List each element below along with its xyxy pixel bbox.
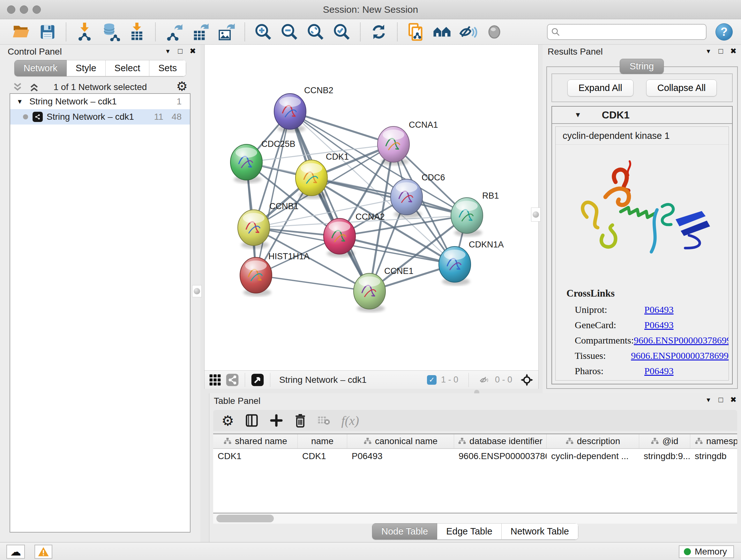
panel-collapse-icon[interactable]: ▼ xyxy=(165,48,171,54)
cloud-button[interactable]: ☁ xyxy=(6,545,25,559)
network-edge-count: 48 xyxy=(172,112,182,122)
tab-style[interactable]: Style xyxy=(67,60,105,76)
panel-close-icon[interactable]: ✖ xyxy=(730,396,737,403)
delete-column-trash-icon[interactable] xyxy=(294,414,307,428)
crosslink-link[interactable]: 9606.ENSP00000378699 xyxy=(631,350,729,361)
show-hidden-button[interactable] xyxy=(484,22,504,42)
warnings-button[interactable] xyxy=(35,545,52,559)
export-table-button[interactable] xyxy=(190,22,210,42)
protein-structure-image xyxy=(556,152,729,279)
panel-close-icon[interactable]: ✖ xyxy=(730,47,737,55)
table-hscrollbar[interactable] xyxy=(213,513,737,523)
left-splitter-grip[interactable] xyxy=(192,285,202,297)
memory-button[interactable]: Memory xyxy=(679,545,734,558)
gene-section-header[interactable]: ▼ CDK1 xyxy=(552,107,732,124)
memory-status-dot xyxy=(684,548,691,555)
crosslink-row: Uniprot:P06493 xyxy=(575,304,729,315)
show-all-networks-button[interactable] xyxy=(432,22,452,42)
network-share-toggle-icon[interactable] xyxy=(226,373,239,387)
tab-string[interactable]: String xyxy=(620,59,664,74)
column-header-database-identifier[interactable]: database identifier xyxy=(454,434,547,448)
zoom-out-button[interactable] xyxy=(279,22,300,42)
table-settings-gear-icon[interactable]: ⚙ xyxy=(221,413,234,429)
tab-network[interactable]: Network xyxy=(14,60,67,76)
table-cell[interactable]: stringdb:9... xyxy=(639,449,690,463)
table-row[interactable]: CDK1CDK1P064939606.ENSP00000378699cyclin… xyxy=(213,449,737,463)
network-row[interactable]: String Network – cdk1 11 48 xyxy=(10,109,190,125)
crosslink-link[interactable]: P06493 xyxy=(644,320,674,330)
hide-selected-button[interactable] xyxy=(458,22,478,42)
toolbar-separator xyxy=(245,23,245,41)
zoom-fit-button[interactable] xyxy=(306,22,326,42)
zoom-fit-icon xyxy=(307,23,325,41)
control-panel: Control Panel ▼ □ ✖ NetworkStyleSelectSe… xyxy=(0,45,200,542)
export-network-button[interactable] xyxy=(164,22,184,42)
open-session-button[interactable] xyxy=(11,22,31,42)
panel-float-icon[interactable]: □ xyxy=(718,47,723,55)
hidden-eye-slash-icon[interactable] xyxy=(479,374,490,386)
panel-collapse-icon[interactable]: ▼ xyxy=(705,397,712,403)
panel-float-icon[interactable]: □ xyxy=(718,396,723,403)
column-header-canonical-name[interactable]: canonical name xyxy=(347,434,454,448)
show-columns-icon[interactable] xyxy=(245,414,259,428)
expand-all-button[interactable]: Expand All xyxy=(567,79,633,97)
apply-layout-button[interactable] xyxy=(368,22,389,42)
table-cell[interactable]: CDK1 xyxy=(298,449,347,463)
column-header-description[interactable]: description xyxy=(547,434,639,448)
import-network-icon xyxy=(75,23,94,41)
import-network-from-file-button[interactable] xyxy=(74,22,95,42)
crosslink-row: Tissues:9606.ENSP00000378699 xyxy=(575,350,729,361)
panel-collapse-icon[interactable]: ▼ xyxy=(705,48,712,54)
function-builder-icon[interactable]: f(x) xyxy=(341,413,359,428)
table-cell[interactable]: stringdb xyxy=(690,449,737,463)
open-in-window-icon[interactable] xyxy=(251,373,264,387)
gene-expand-icon[interactable]: ▼ xyxy=(575,111,582,119)
tab-edge-table[interactable]: Edge Table xyxy=(437,523,502,540)
network-collection-row[interactable]: ▼ String Network – cdk1 1 xyxy=(10,94,190,109)
node-gloss xyxy=(359,276,381,287)
collection-expand-icon[interactable]: ▼ xyxy=(10,98,29,105)
column-header-namespace[interactable]: namespace xyxy=(690,434,737,448)
question-icon: ? xyxy=(721,25,728,39)
import-table-from-file-button[interactable] xyxy=(127,22,147,42)
help-button[interactable]: ? xyxy=(716,23,733,41)
tab-select[interactable]: Select xyxy=(106,60,150,76)
grid-view-icon[interactable] xyxy=(209,374,221,386)
collapse-all-button[interactable]: Collapse All xyxy=(646,79,717,97)
search-input[interactable] xyxy=(547,24,706,40)
zoom-in-button[interactable] xyxy=(253,22,273,42)
network-canvas[interactable]: CCNB2CCNA1CDC25BCDK1CDC6RB1CCNB1CCNA2CDK… xyxy=(205,45,539,370)
crosshair-icon[interactable] xyxy=(520,373,534,387)
crosslink-link[interactable]: 9606.ENSP00000378699 xyxy=(634,335,729,346)
delete-table-icon[interactable] xyxy=(318,415,330,426)
column-header-name[interactable]: name xyxy=(298,434,347,448)
tab-node-table[interactable]: Node Table xyxy=(372,523,437,540)
eye-slash-icon xyxy=(459,23,477,41)
column-header-@id[interactable]: @id xyxy=(639,434,690,448)
cloud-icon: ☁ xyxy=(10,545,21,558)
table-hscrollbar-thumb[interactable] xyxy=(216,515,274,522)
import-network-from-database-button[interactable] xyxy=(100,22,121,42)
graph-edge-HIST1H1A-CCNE1[interactable] xyxy=(256,275,369,291)
clone-network-button[interactable] xyxy=(406,22,426,42)
column-header-shared-name[interactable]: shared name xyxy=(213,434,298,448)
selected-checkbox-icon[interactable]: ✓ xyxy=(427,375,436,385)
toolbar-separator xyxy=(155,23,156,41)
crosslink-link[interactable]: P06493 xyxy=(644,366,674,376)
panel-close-icon[interactable]: ✖ xyxy=(190,47,196,55)
save-session-button[interactable] xyxy=(37,22,58,42)
table-cell[interactable]: CDK1 xyxy=(213,449,298,463)
add-column-icon[interactable] xyxy=(270,414,283,427)
zoom-selected-button[interactable] xyxy=(332,22,352,42)
crosslink-link[interactable]: P06493 xyxy=(644,304,674,315)
graph-edge-CCNB2-CCNE1[interactable] xyxy=(290,111,369,291)
table-cell[interactable]: P06493 xyxy=(347,449,454,463)
panel-float-icon[interactable]: □ xyxy=(178,47,183,55)
table-cell[interactable]: cyclin-dependent ... xyxy=(547,449,639,463)
tab-sets[interactable]: Sets xyxy=(149,60,186,76)
export-image-button[interactable] xyxy=(216,22,237,42)
table-cell[interactable]: 9606.ENSP00000378699 xyxy=(454,449,547,463)
tab-network-table[interactable]: Network Table xyxy=(502,523,578,540)
right-splitter-grip[interactable] xyxy=(531,207,541,222)
network-options-gear-icon[interactable]: ⚙ xyxy=(176,79,188,94)
